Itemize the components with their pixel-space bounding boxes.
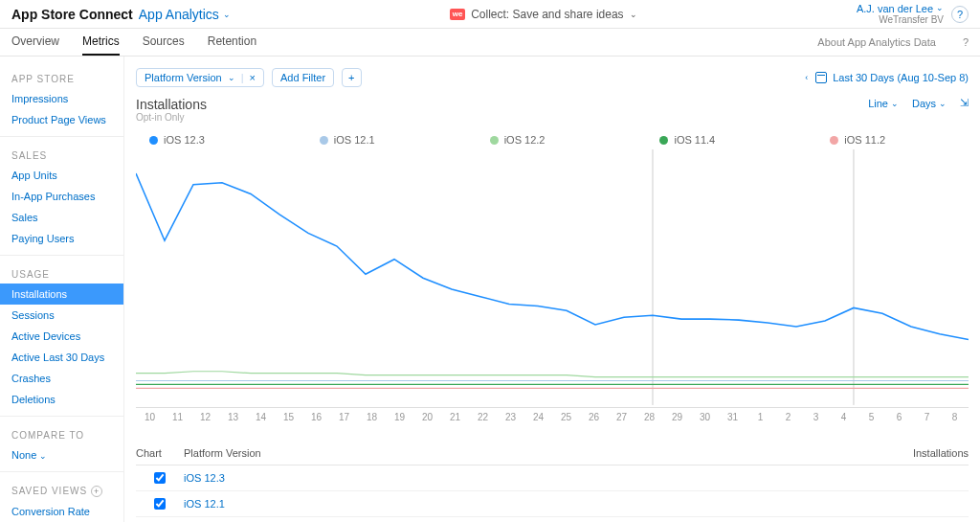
row-label[interactable]: iOS 12.3 [184, 472, 969, 484]
sidebar-item-active-last-30-days[interactable]: Active Last 30 Days [0, 347, 123, 368]
sidebar-item-deletions[interactable]: Deletions [0, 389, 123, 410]
col-platform-version: Platform Version [184, 447, 873, 459]
brand-title: App Store Connect [11, 7, 133, 22]
legend-label: iOS 12.3 [164, 134, 205, 146]
x-tick: 25 [552, 412, 580, 422]
x-tick: 24 [524, 412, 552, 422]
sidebar-item-active-devices[interactable]: Active Devices [0, 326, 123, 347]
legend-item[interactable]: iOS 11.4 [659, 134, 715, 146]
section-dropdown[interactable]: App Analytics ⌄ [139, 7, 231, 22]
row-label[interactable]: iOS 12.1 [184, 498, 969, 510]
legend-label: iOS 12.1 [334, 134, 375, 146]
app-name: Collect: Save and share ideas [471, 8, 623, 21]
x-tick: 13 [219, 412, 247, 422]
filter-bar: Platform Version ⌄ | × Add Filter + ‹ La… [124, 68, 980, 97]
x-tick: 14 [247, 412, 275, 422]
account-menu[interactable]: A.J. van der Lee⌄ WeTransfer BV [857, 3, 944, 25]
chart-type-dropdown[interactable]: Line⌄ [868, 97, 899, 109]
chevron-down-icon: ⌄ [228, 73, 235, 82]
x-tick: 22 [469, 412, 497, 422]
x-tick: 20 [413, 412, 441, 422]
org-name: WeTransfer BV [879, 14, 944, 25]
x-tick: 16 [302, 412, 330, 422]
sidebar-item-impressions[interactable]: Impressions [0, 88, 123, 109]
chevron-down-icon: ⌄ [630, 10, 637, 19]
x-tick: 17 [330, 412, 358, 422]
table-row: iOS 12.1 [136, 491, 969, 517]
chart-title: Installations [136, 97, 207, 112]
tab-metrics[interactable]: Metrics [82, 29, 120, 56]
prev-range-icon[interactable]: ‹ [805, 73, 808, 82]
x-tick: 15 [275, 412, 302, 422]
filter-label: Platform Version [145, 72, 222, 83]
x-tick: 28 [635, 412, 663, 422]
legend-dot-icon [830, 136, 838, 145]
legend-label: iOS 11.4 [674, 134, 715, 146]
legend-label: iOS 11.2 [844, 134, 885, 146]
add-filter-button[interactable]: Add Filter [272, 68, 334, 87]
about-help-icon[interactable]: ? [963, 36, 969, 48]
user-name: A.J. van der Lee [857, 3, 933, 14]
col-installations: Installations [873, 447, 969, 459]
x-tick: 12 [191, 412, 219, 422]
x-tick: 6 [885, 412, 913, 422]
remove-filter-icon[interactable]: × [250, 72, 256, 83]
x-tick: 4 [830, 412, 858, 422]
row-checkbox[interactable] [154, 472, 166, 484]
legend-item[interactable]: iOS 12.2 [490, 134, 546, 146]
tab-overview[interactable]: Overview [11, 29, 59, 56]
legend-dot-icon [320, 136, 328, 145]
sidebar-group-title: APP STORE [0, 66, 123, 88]
app-selector[interactable]: we Collect: Save and share ideas ⌄ [231, 8, 857, 21]
tab-sources[interactable]: Sources [143, 29, 185, 56]
legend-dot-icon [490, 136, 499, 145]
x-tick: 30 [691, 412, 719, 422]
x-tick: 3 [802, 412, 830, 422]
sidebar-item-sales[interactable]: Sales [0, 207, 123, 228]
x-tick: 8 [941, 412, 969, 422]
legend-dot-icon [149, 136, 158, 145]
x-tick: 5 [858, 412, 885, 422]
sidebar-item-app-units[interactable]: App Units [0, 165, 123, 186]
chart-granularity-dropdown[interactable]: Days⌄ [912, 97, 947, 109]
sidebar-item-in-app-purchases[interactable]: In-App Purchases [0, 186, 123, 207]
add-filter-plus-button[interactable]: + [342, 68, 361, 87]
legend-item[interactable]: iOS 12.3 [149, 134, 205, 146]
date-range-picker[interactable]: Last 30 Days (Aug 10-Sep 8) [815, 72, 969, 83]
x-tick: 7 [913, 412, 941, 422]
sidebar-group-title: SALES [0, 143, 123, 165]
x-tick: 29 [663, 412, 691, 422]
x-tick: 10 [136, 412, 164, 422]
help-icon[interactable]: ? [951, 6, 969, 23]
data-table: Chart Platform Version Installations iOS… [136, 442, 969, 517]
sidebar-group-title: USAGE [0, 261, 123, 284]
legend-item[interactable]: iOS 11.2 [830, 134, 885, 146]
date-range-label: Last 30 Days (Aug 10-Sep 8) [833, 72, 969, 83]
tab-retention[interactable]: Retention [208, 29, 256, 56]
section-label: App Analytics [139, 7, 219, 22]
legend-item[interactable]: iOS 12.1 [320, 134, 375, 146]
x-tick: 11 [164, 412, 191, 422]
sidebar-item-paying-users[interactable]: Paying Users [0, 228, 123, 249]
chevron-down-icon: ⌄ [891, 99, 899, 108]
sidebar-item-crashes[interactable]: Crashes [0, 368, 123, 389]
sidebar-item-conversion-rate[interactable]: Conversion Rate [0, 501, 123, 522]
row-checkbox[interactable] [154, 498, 166, 510]
calendar-icon [815, 72, 827, 83]
sidebar-item-sessions[interactable]: Sessions [0, 305, 123, 326]
add-saved-view-icon[interactable]: + [91, 486, 102, 497]
sidebar-item-product-page-views[interactable]: Product Page Views [0, 109, 123, 130]
sidebar-item-none[interactable]: None ⌄ [0, 444, 123, 465]
sidebar-item-installations[interactable]: Installations [0, 284, 123, 305]
x-tick: 21 [441, 412, 469, 422]
x-axis-labels: 1011121314151617181920212223242526272829… [124, 408, 980, 422]
chart-area [136, 149, 969, 408]
x-tick: 27 [608, 412, 635, 422]
about-link[interactable]: About App Analytics Data [817, 36, 936, 48]
x-tick: 19 [386, 412, 413, 422]
export-icon[interactable]: ⇲ [960, 97, 969, 109]
filter-platform-version[interactable]: Platform Version ⌄ | × [136, 68, 264, 87]
x-tick: 2 [774, 412, 802, 422]
col-chart: Chart [136, 447, 184, 459]
chevron-down-icon: ⌄ [223, 10, 231, 19]
